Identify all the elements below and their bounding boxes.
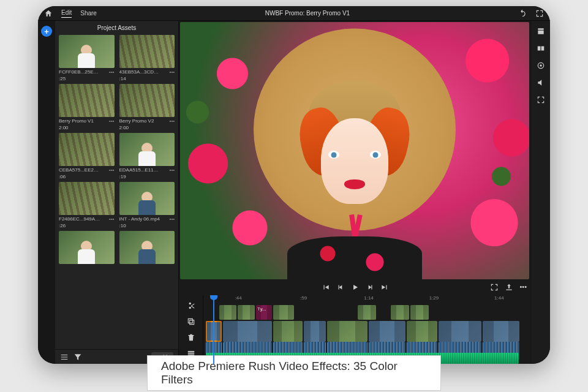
more-icon[interactable]: ••• bbox=[519, 283, 527, 292]
assets-grid: FCFF0EB...25E4.mp4•••:25 43EB53A...3CD6.… bbox=[55, 35, 178, 349]
title-clip[interactable]: Ty... bbox=[256, 305, 272, 320]
clip[interactable] bbox=[223, 321, 272, 342]
right-toolbar bbox=[532, 21, 550, 364]
add-media-button[interactable]: + bbox=[41, 26, 52, 37]
clip[interactable] bbox=[238, 305, 255, 320]
svg-point-1 bbox=[540, 64, 542, 67]
clip[interactable] bbox=[273, 321, 303, 342]
app-window: Edit Share NWBF Promo: Berry Promo V1 + … bbox=[38, 6, 550, 364]
skip-back-icon[interactable] bbox=[322, 283, 330, 292]
timeline[interactable]: :44:591:141:291:44 Ty... bbox=[179, 295, 532, 364]
overlay-track[interactable]: Ty... bbox=[179, 305, 532, 320]
asset-item[interactable]: CEBA575...EE2C.mp4•••:06 bbox=[59, 133, 115, 179]
undo-icon[interactable] bbox=[518, 9, 527, 18]
clip[interactable] bbox=[483, 321, 519, 342]
project-assets-panel: Project Assets FCFF0EB...25E4.mp4•••:25 … bbox=[55, 21, 179, 364]
audio-icon[interactable] bbox=[537, 78, 545, 87]
video-track[interactable] bbox=[179, 321, 532, 342]
add-column: + bbox=[38, 21, 55, 364]
clip[interactable] bbox=[273, 305, 294, 320]
home-icon[interactable] bbox=[44, 9, 53, 18]
clip[interactable] bbox=[358, 305, 376, 320]
transform-icon[interactable] bbox=[537, 96, 545, 104]
asset-item[interactable] bbox=[59, 231, 115, 264]
clip[interactable] bbox=[219, 305, 236, 320]
main-area: ••• :44:591:141:291:44 Ty... bbox=[179, 21, 532, 364]
more-icon[interactable]: ••• bbox=[109, 118, 114, 124]
more-icon[interactable]: ••• bbox=[170, 216, 175, 222]
asset-item[interactable]: Berry Promo V2•••2:00 bbox=[119, 84, 175, 130]
filter-icon[interactable] bbox=[74, 353, 82, 361]
tab-share[interactable]: Share bbox=[80, 10, 97, 17]
more-icon[interactable]: ••• bbox=[109, 167, 114, 173]
more-icon[interactable]: ••• bbox=[170, 69, 175, 75]
more-icon[interactable]: ••• bbox=[109, 216, 114, 222]
play-icon[interactable] bbox=[351, 283, 360, 292]
asset-item[interactable]: EDAA515...E114.mp4•••:19 bbox=[119, 133, 175, 179]
titles-icon[interactable] bbox=[537, 27, 545, 36]
export-icon[interactable] bbox=[505, 283, 513, 292]
caption-label: Adobe Premiere Rush Video Effects: 35 Co… bbox=[147, 355, 441, 391]
step-fwd-icon[interactable] bbox=[366, 283, 374, 292]
audio-track[interactable] bbox=[179, 342, 532, 352]
clip[interactable] bbox=[369, 321, 405, 342]
asset-item[interactable]: 43EB53A...3CD6.mp4•••:14 bbox=[119, 35, 175, 81]
clip[interactable] bbox=[407, 321, 437, 342]
clip[interactable] bbox=[327, 321, 368, 342]
clip[interactable] bbox=[391, 305, 409, 320]
time-ruler[interactable]: :44:591:141:291:44 bbox=[179, 295, 532, 304]
more-icon[interactable]: ••• bbox=[109, 69, 114, 75]
list-view-icon[interactable] bbox=[60, 353, 69, 361]
playhead[interactable] bbox=[213, 295, 214, 364]
step-back-icon[interactable] bbox=[336, 283, 345, 292]
asset-item[interactable]: INT - Andy 06.mp4•••:10 bbox=[119, 182, 175, 228]
clip[interactable] bbox=[439, 321, 481, 342]
clip[interactable] bbox=[304, 321, 326, 342]
clip[interactable] bbox=[410, 305, 429, 320]
asset-item[interactable]: F2486EC...949A.mp4•••:26 bbox=[59, 182, 115, 228]
color-icon[interactable] bbox=[537, 61, 545, 70]
fullscreen-icon[interactable] bbox=[535, 9, 544, 18]
asset-item[interactable] bbox=[119, 231, 175, 264]
asset-item[interactable]: FCFF0EB...25E4.mp4•••:25 bbox=[59, 35, 115, 81]
app-body: + Project Assets FCFF0EB...25E4.mp4•••:2… bbox=[38, 21, 550, 364]
top-bar: Edit Share NWBF Promo: Berry Promo V1 bbox=[38, 6, 550, 21]
transport-bar: ••• bbox=[179, 279, 532, 295]
preview-monitor[interactable] bbox=[180, 22, 529, 279]
tab-edit[interactable]: Edit bbox=[61, 9, 72, 18]
asset-item[interactable]: Berry Promo V1•••2:00 bbox=[59, 84, 115, 130]
more-icon[interactable]: ••• bbox=[170, 167, 175, 173]
assets-header: Project Assets bbox=[55, 21, 178, 35]
expand-icon[interactable] bbox=[490, 283, 499, 292]
transitions-icon[interactable] bbox=[537, 44, 545, 53]
skip-fwd-icon[interactable] bbox=[380, 283, 389, 292]
project-title: NWBF Promo: Berry Promo V1 bbox=[105, 10, 510, 17]
more-icon[interactable]: ••• bbox=[170, 118, 175, 124]
